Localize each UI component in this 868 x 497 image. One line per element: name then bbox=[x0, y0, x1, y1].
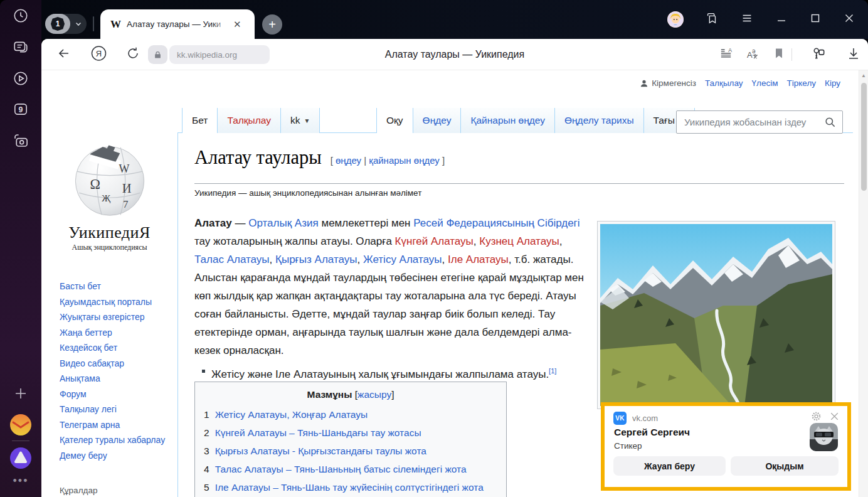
wiki-user-links: Кірмегенсіз ТалқылауҮлесімТіркелуКіру bbox=[640, 78, 840, 88]
wiki-user-link[interactable]: Талқылау bbox=[705, 78, 743, 88]
tab-group-pill[interactable]: 1 bbox=[45, 14, 87, 34]
translate-icon[interactable]: Aә bbox=[744, 46, 760, 63]
toc-hide-link[interactable]: жасыру bbox=[357, 389, 391, 400]
address-bar[interactable]: kk.wikipedia.org bbox=[169, 45, 270, 64]
maximize-icon[interactable] bbox=[809, 12, 822, 27]
menu-icon[interactable] bbox=[740, 11, 754, 28]
paragraph-segment: тау жоталарының жалпы атауы. Оларға bbox=[194, 235, 395, 247]
notification-close-icon[interactable] bbox=[830, 412, 839, 424]
wiki-tools-header: Құралдар bbox=[60, 486, 171, 497]
svg-text:7: 7 bbox=[123, 199, 128, 210]
more-icon[interactable]: ••• bbox=[13, 474, 29, 488]
article-image[interactable] bbox=[597, 221, 835, 409]
edit-link[interactable]: өңдеу bbox=[336, 155, 361, 166]
mountain-photo bbox=[600, 224, 832, 406]
paragraph-segment: — bbox=[232, 217, 248, 229]
paragraph-segment: , bbox=[559, 235, 563, 247]
search-icon[interactable] bbox=[824, 116, 836, 128]
paragraph-segment: Алатау bbox=[194, 217, 232, 229]
minimize-icon[interactable] bbox=[775, 12, 788, 27]
browser-content: Я kk.wikipedia.org Алатау таулары — Уики… bbox=[41, 39, 868, 497]
wiki-nav-item: Басты бет bbox=[60, 279, 170, 294]
wiki-search-box[interactable] bbox=[676, 110, 843, 134]
paragraph-segment: Кузнец Алатауы bbox=[479, 235, 559, 247]
wiki-nav-item: Талқылау легі bbox=[60, 402, 170, 417]
paragraph-segment: Орталық Азия bbox=[248, 217, 319, 229]
browser-sidebar: 9 ••• bbox=[0, 0, 41, 497]
wiki-nav-item: Кездейсоқ бет bbox=[60, 340, 170, 356]
tab-close-icon[interactable]: ✕ bbox=[233, 19, 241, 29]
bookmark-icon[interactable] bbox=[773, 47, 785, 62]
new-tab-button[interactable]: + bbox=[262, 14, 282, 35]
tab-edit[interactable]: Өңдеу bbox=[413, 108, 462, 133]
tab-language[interactable]: kk▼ bbox=[280, 108, 320, 133]
back-icon[interactable] bbox=[56, 46, 71, 63]
svg-text:Я: Я bbox=[96, 48, 102, 58]
wiki-logo-title: УикипедиЯ bbox=[66, 223, 152, 242]
paragraph-segment: Ресей Федерациясының Сібірдегі bbox=[413, 217, 580, 229]
search-input[interactable] bbox=[684, 117, 824, 127]
mark-read-button[interactable]: Оқыдым bbox=[731, 456, 839, 476]
reader-mode-icon[interactable]: A bbox=[719, 46, 733, 63]
paragraph-segment: , bbox=[442, 254, 448, 265]
tab-edit-source[interactable]: Қайнарын өңдеу bbox=[460, 108, 555, 133]
notification-settings-icon[interactable] bbox=[811, 411, 822, 424]
vk-notification-popup[interactable]: VK vk.com Сергей Сергеич Стикер Жауап бе… bbox=[601, 402, 851, 491]
reply-button[interactable]: Жауап беру bbox=[613, 456, 726, 476]
edit-source-link[interactable]: қайнарын өңдеу bbox=[369, 155, 440, 166]
nine-badge-icon[interactable]: 9 bbox=[13, 101, 29, 117]
wiki-nav-item: Жаңа беттер bbox=[60, 325, 170, 341]
wiki-user-link[interactable]: Тіркелу bbox=[787, 78, 817, 88]
toc-item: 5Іле Алатауы – Тянь-Шань тау жүйесінің с… bbox=[195, 478, 506, 496]
yandex-search-icon[interactable]: Я bbox=[90, 45, 107, 64]
add-panel-icon[interactable] bbox=[13, 386, 28, 401]
wiki-user-link[interactable]: Үлесім bbox=[752, 78, 778, 88]
history-icon[interactable] bbox=[13, 8, 29, 24]
password-manager-icon[interactable] bbox=[810, 45, 827, 64]
tab-group-chevron-icon[interactable] bbox=[70, 20, 87, 28]
svg-text:И: И bbox=[122, 181, 131, 195]
anonymous-user: Кірмегенсіз bbox=[640, 78, 696, 88]
svg-text:Җ: Җ bbox=[102, 193, 110, 203]
wikipedia-logo[interactable]: Ω W И Җ 7 УикипедиЯ Ашық энциклопедиясы bbox=[66, 139, 152, 252]
collections-icon[interactable] bbox=[705, 11, 719, 28]
url-text: kk.wikipedia.org bbox=[177, 50, 237, 60]
toc-item: 4Талас Алатауы – Тянь-Шаньның батыс сіле… bbox=[195, 460, 506, 478]
vk-logo-icon: VK bbox=[613, 412, 627, 425]
paragraph-segment: Күнгей Алатауы bbox=[395, 235, 474, 247]
lock-icon[interactable] bbox=[148, 45, 167, 64]
paragraph-segment: , т.б. жатады. Алыстан қарағанда мұндай … bbox=[194, 254, 584, 356]
article-heading: Алатау таулары bbox=[194, 147, 322, 169]
paragraph-segment: Қырғыз Алатауы bbox=[275, 254, 357, 265]
paragraph-segment: Талас Алатауы bbox=[194, 254, 270, 265]
tab-talk[interactable]: Талқылау bbox=[217, 108, 281, 133]
close-window-icon[interactable] bbox=[843, 12, 855, 27]
wiki-user-link[interactable]: Кіру bbox=[825, 78, 840, 88]
active-tab[interactable]: W Алатау таулары — Уики ✕ bbox=[100, 9, 255, 39]
tab-read[interactable]: Оқу bbox=[376, 108, 413, 133]
paragraph-segment: , bbox=[270, 254, 275, 265]
download-icon[interactable] bbox=[846, 46, 861, 63]
scrollbar-up-icon[interactable]: ▲ bbox=[861, 73, 866, 78]
screenshot-icon[interactable] bbox=[13, 132, 29, 149]
wiki-content-divider bbox=[177, 133, 178, 497]
tab-page[interactable]: Бет bbox=[182, 108, 218, 133]
topbar-separator bbox=[93, 16, 94, 31]
wiki-nav-item: Қауымдастық порталы bbox=[60, 294, 170, 310]
alice-assistant-icon[interactable] bbox=[9, 447, 32, 469]
toc-item: 2Күнгей Алатауы – Тянь-Шаньдағы тау жота… bbox=[195, 424, 506, 442]
paragraph-segment: Іле Алатауы bbox=[448, 254, 509, 265]
wiki-nav-item: Қателер туралы хабарлау bbox=[60, 432, 170, 448]
reload-icon[interactable] bbox=[125, 46, 140, 63]
wiki-nav-list: Басты бетҚауымдастық порталыЖуықтағы өзг… bbox=[60, 279, 170, 463]
page-title: Алатау таулары — Уикипедия bbox=[385, 49, 524, 60]
wikipedia-globe-icon: Ω W И Җ 7 bbox=[70, 139, 150, 220]
video-icon[interactable] bbox=[13, 70, 29, 87]
scrollbar[interactable]: ▲ bbox=[859, 70, 868, 497]
scrollbar-thumb[interactable] bbox=[861, 83, 867, 191]
tab-history[interactable]: Өңделу тарихы bbox=[554, 108, 644, 133]
feed-icon[interactable] bbox=[13, 39, 29, 55]
reference-link[interactable]: [1] bbox=[549, 367, 556, 375]
profile-avatar[interactable] bbox=[667, 11, 684, 28]
mail-icon[interactable] bbox=[9, 414, 32, 436]
